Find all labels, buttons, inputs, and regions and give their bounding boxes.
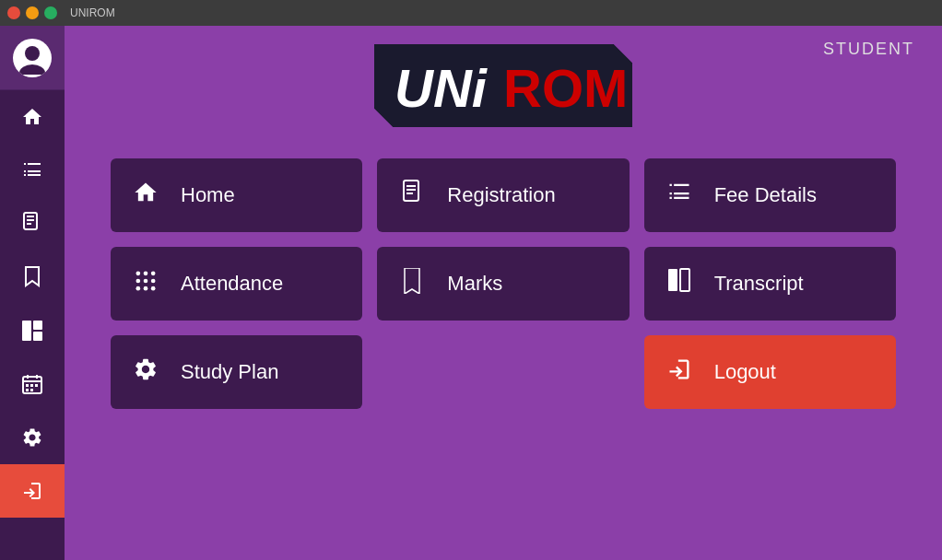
svg-point-27: [136, 271, 141, 275]
svg-rect-25: [406, 189, 416, 191]
svg-rect-15: [35, 384, 38, 387]
sidebar-avatar: [0, 26, 65, 90]
attendance-label: Attendance: [181, 272, 283, 296]
svg-point-0: [25, 46, 40, 61]
logout-arrow-icon: [663, 356, 696, 389]
minimize-button[interactable]: [26, 6, 39, 19]
svg-text:ROM: ROM: [503, 58, 628, 118]
sliders-icon: [21, 159, 43, 181]
titlebar: UNIROM: [0, 0, 942, 26]
study-plan-label: Study Plan: [181, 360, 278, 384]
sidebar: [0, 26, 65, 560]
student-label: STUDENT: [823, 40, 914, 59]
sidebar-item-logout[interactable]: [0, 464, 65, 518]
home-label: Home: [181, 183, 235, 207]
header: UNi ROM STUDENT: [65, 26, 942, 140]
gear-icon: [21, 426, 43, 449]
logo: UNi ROM: [374, 44, 632, 131]
svg-rect-37: [680, 269, 689, 291]
study-plan-icon: [129, 356, 162, 389]
svg-point-34: [144, 286, 148, 290]
sidebar-item-panel[interactable]: [0, 304, 65, 357]
svg-point-32: [151, 278, 156, 283]
main-content: UNi ROM STUDENT Home: [65, 26, 942, 560]
transcript-label: Transcript: [714, 272, 804, 296]
menu-grid: Home Registration: [65, 140, 942, 427]
home-icon: [129, 180, 162, 212]
marks-label: Marks: [447, 272, 502, 296]
panel-icon: [21, 320, 43, 342]
logout-button[interactable]: Logout: [644, 335, 896, 409]
study-plan-button[interactable]: Study Plan: [111, 335, 362, 409]
svg-point-33: [136, 286, 141, 290]
fee-details-icon: [663, 180, 696, 212]
home-icon: [21, 106, 43, 128]
svg-point-35: [151, 286, 156, 290]
logout-icon: [21, 480, 43, 502]
titlebar-title: UNIROM: [70, 6, 115, 19]
empty-cell: [377, 335, 629, 409]
svg-rect-24: [406, 185, 416, 187]
avatar-icon: [16, 41, 49, 75]
sidebar-item-home[interactable]: [0, 90, 65, 144]
sidebar-item-bookmark[interactable]: [0, 251, 65, 304]
svg-rect-13: [26, 384, 29, 387]
fee-details-label: Fee Details: [714, 183, 817, 207]
svg-rect-14: [30, 384, 33, 387]
svg-point-28: [144, 271, 148, 275]
registration-label: Registration: [447, 183, 555, 207]
attendance-icon: [129, 268, 162, 300]
svg-point-29: [151, 271, 156, 275]
svg-rect-5: [27, 223, 31, 225]
svg-point-30: [136, 278, 141, 283]
app-container: UNi ROM STUDENT Home: [0, 26, 942, 560]
calendar-icon: [21, 373, 43, 395]
document-icon: [22, 212, 42, 236]
svg-rect-3: [27, 216, 34, 217]
svg-rect-6: [22, 321, 31, 341]
sidebar-item-calendar[interactable]: [0, 357, 65, 411]
svg-rect-7: [33, 321, 42, 330]
avatar: [13, 39, 52, 77]
home-button[interactable]: Home: [111, 158, 362, 232]
close-button[interactable]: [7, 6, 20, 19]
sidebar-item-document[interactable]: [0, 197, 65, 251]
sidebar-item-gear[interactable]: [0, 411, 65, 464]
bookmark-icon: [22, 265, 42, 289]
sidebar-item-settings[interactable]: [0, 144, 65, 197]
logout-label: Logout: [714, 360, 776, 384]
svg-point-31: [144, 278, 148, 283]
transcript-icon: [663, 268, 696, 300]
svg-rect-17: [30, 389, 33, 391]
svg-rect-4: [27, 219, 34, 221]
svg-point-1: [19, 64, 45, 75]
svg-rect-16: [26, 389, 29, 391]
marks-icon: [395, 268, 429, 300]
registration-button[interactable]: Registration: [377, 158, 629, 232]
svg-text:UNi: UNi: [394, 58, 489, 118]
svg-rect-8: [33, 332, 42, 341]
transcript-button[interactable]: Transcript: [644, 247, 896, 321]
svg-rect-26: [406, 192, 413, 194]
maximize-button[interactable]: [44, 6, 57, 19]
svg-rect-36: [668, 269, 677, 291]
fee-details-button[interactable]: Fee Details: [644, 158, 896, 232]
logo-svg: UNi ROM: [374, 44, 632, 127]
registration-icon: [395, 180, 429, 212]
attendance-button[interactable]: Attendance: [111, 247, 362, 321]
marks-button[interactable]: Marks: [377, 247, 629, 321]
